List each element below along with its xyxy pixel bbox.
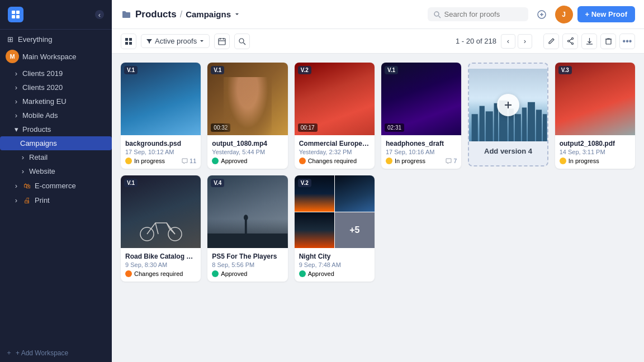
sidebar-item-retail[interactable]: › Retail — [0, 150, 112, 164]
sidebar-item-website[interactable]: › Website — [0, 164, 112, 178]
user-avatar[interactable]: J — [555, 6, 573, 23]
breadcrumb-separator: / — [180, 9, 182, 20]
add-version-label-area: Add version 4 — [479, 141, 538, 161]
svg-rect-0 — [12, 11, 15, 14]
filter-btn[interactable]: Active proofs — [141, 34, 210, 48]
sidebar-collapse-btn[interactable]: ‹ — [95, 10, 104, 19]
sidebar-item-marketing[interactable]: › Marketing EU — [0, 94, 112, 108]
svg-line-23 — [569, 41, 571, 43]
svg-rect-35 — [528, 102, 535, 141]
proof-status-6: In progress — [560, 158, 631, 164]
main-content: Products / Campaigns J + New Proof — [112, 0, 644, 362]
workspace-name: Main Workspace — [22, 53, 77, 61]
proof-card-4[interactable]: V.1 02:31 headphones_draft 17 Sep, 10:16… — [381, 63, 461, 169]
delete-btn[interactable] — [600, 34, 616, 49]
status-icon-7 — [125, 270, 132, 277]
status-label-4: In progress — [395, 158, 425, 164]
next-page-btn[interactable]: › — [518, 34, 532, 49]
sidebar-item-label: Everything — [18, 35, 106, 44]
sidebar-item-label: Print — [35, 196, 106, 204]
proof-info-7: Road Bike Catalog 2022 9 Sep, 8:30 AM Ch… — [121, 248, 201, 282]
proof-name-9: Night City — [299, 253, 370, 260]
svg-point-4 — [434, 12, 439, 16]
svg-rect-42 — [207, 234, 287, 248]
proof-version-3: V.2 — [298, 66, 311, 74]
proof-card-8[interactable]: V.4 00:10 PS5 For The Players 8 Sep, 5:5… — [207, 175, 287, 282]
proof-version-7: V.1 — [124, 179, 138, 187]
new-proof-button[interactable]: + New Proof — [577, 6, 636, 22]
chevron-right-icon: › — [13, 99, 19, 104]
sidebar-item-clients2019[interactable]: › Clients 2019 — [0, 66, 112, 80]
proof-card-6[interactable]: V.3 output2_1080.pdf 14 Sep, 3:11 PM In … — [555, 63, 635, 169]
sidebar-item-label: Marketing EU — [22, 97, 106, 106]
svg-point-17 — [239, 39, 244, 43]
proof-card-9[interactable]: +5 V.2 Night City 9 Sep, 7:48 AM Approve… — [295, 175, 375, 282]
search-toolbar-btn[interactable] — [234, 34, 250, 49]
prev-page-btn[interactable]: ‹ — [501, 34, 515, 49]
proof-name-4: headphones_draft — [386, 140, 457, 147]
proof-name-1: backgrounds.psd — [125, 140, 196, 147]
comment-count-1: 11 — [182, 158, 196, 164]
proof-thumbnail-2: V.1 00:32 — [207, 63, 287, 135]
edit-btn[interactable] — [543, 34, 559, 49]
status-icon-4 — [386, 158, 392, 164]
topbar: Products / Campaigns J + New Proof — [112, 0, 644, 29]
sidebar-item-print[interactable]: › 🖨 Print — [0, 193, 112, 207]
sidebar-item-everything[interactable]: ⊞ Everything — [0, 32, 112, 46]
sidebar-item-label: E-commerce — [35, 182, 106, 190]
status-label-8: Approved — [221, 270, 247, 277]
thumb-item-2 — [335, 175, 375, 212]
calendar-btn[interactable] — [214, 34, 230, 49]
sidebar-item-label: Clients 2020 — [22, 83, 106, 92]
sidebar-item-products[interactable]: ▾ Products — [0, 122, 112, 136]
svg-line-18 — [244, 42, 246, 45]
proof-name-2: output_1080.mp4 — [212, 140, 283, 147]
proof-date-2: Yesterday, 5:44 PM — [212, 149, 283, 155]
add-proof-icon-btn[interactable] — [533, 6, 551, 23]
proof-thumbnail-8: V.4 00:10 — [207, 175, 287, 248]
svg-point-19 — [571, 38, 573, 40]
sidebar-item-label: Retail — [29, 153, 106, 161]
proof-info-6: output2_1080.pdf 14 Sep, 3:11 PM In prog… — [555, 135, 635, 169]
more-btn[interactable]: ••• — [619, 34, 635, 49]
proof-version-8: V.4 — [211, 179, 224, 187]
pagination-text: 1 - 20 of 218 — [456, 37, 496, 45]
svg-rect-29 — [486, 111, 493, 141]
chevron-right-icon: › — [13, 183, 19, 188]
sidebar-item-ecommerce[interactable]: › 🛍 E-commerce — [0, 178, 112, 193]
sidebar-item-label: Products — [22, 125, 106, 134]
proof-card-7[interactable]: V.1 Road Bike Catalog 2022 9 Sep, 8:30 A… — [121, 175, 201, 282]
proof-date-7: 9 Sep, 8:30 AM — [125, 261, 196, 268]
add-workspace-btn[interactable]: ＋ + Add Workspace — [0, 344, 112, 362]
bag-icon: 🛍 — [22, 181, 31, 190]
svg-rect-3 — [16, 15, 20, 18]
sidebar: ‹ ⊞ Everything M Main Workspace › Client… — [0, 0, 112, 362]
search-input[interactable] — [444, 10, 523, 18]
svg-point-21 — [567, 40, 569, 42]
add-workspace-label: + Add Workspace — [16, 349, 68, 357]
thumb-more: +5 — [335, 212, 375, 249]
sidebar-item-campaigns[interactable]: Campaigns — [0, 136, 112, 150]
grid-view-btn[interactable] — [121, 34, 136, 49]
status-label-7: Changes required — [134, 270, 183, 277]
sidebar-item-mobileads[interactable]: › Mobile Ads — [0, 108, 112, 122]
proof-thumbnail-4: V.1 02:31 — [381, 63, 461, 135]
chevron-right-icon: › — [13, 85, 19, 90]
svg-point-20 — [571, 43, 573, 45]
proof-info-1: backgrounds.psd 17 Sep, 10:12 AM In prog… — [121, 135, 201, 169]
grid-icon: ⊞ — [6, 35, 15, 44]
proof-card-3[interactable]: V.2 00:17 Commercial Europe G20 m340i...… — [295, 63, 375, 169]
proof-name-3: Commercial Europe G20 m340i... — [299, 140, 370, 147]
proof-card-2[interactable]: V.1 00:32 output_1080.mp4 Yesterday, 5:4… — [207, 63, 287, 169]
proof-version-4: V.1 — [385, 66, 398, 74]
pagination-buttons: ‹ › — [501, 34, 532, 49]
share-btn[interactable] — [562, 34, 578, 49]
chevron-down-icon — [199, 39, 205, 44]
sidebar-item-clients2020[interactable]: › Clients 2020 — [0, 80, 112, 94]
chevron-right-icon: › — [13, 71, 19, 77]
svg-rect-11 — [125, 42, 128, 45]
workspace-row: M Main Workspace — [0, 46, 112, 66]
download-btn[interactable] — [581, 34, 597, 49]
proof-card-1[interactable]: V.1 backgrounds.psd 17 Sep, 10:12 AM In … — [121, 63, 201, 169]
add-version-card[interactable]: Add version 4 — [468, 63, 548, 166]
